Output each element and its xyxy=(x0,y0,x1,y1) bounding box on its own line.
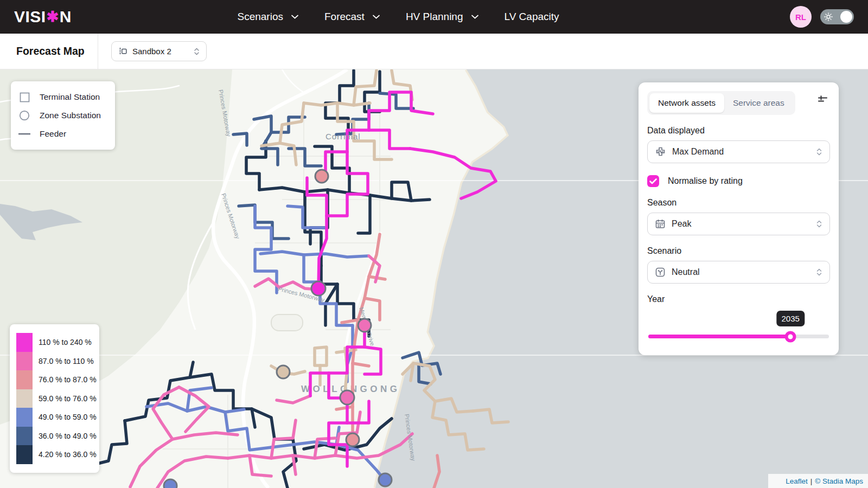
page-title: Forecast Map xyxy=(0,34,98,69)
user-avatar[interactable]: RL xyxy=(790,6,812,28)
ukraine-flag-icon xyxy=(774,478,781,484)
leaflet-link[interactable]: Leaflet xyxy=(786,477,808,485)
season-label: Season xyxy=(647,198,830,208)
scenario-value: Neutral xyxy=(672,267,700,277)
scenario-select[interactable]: Neutral xyxy=(647,261,830,284)
zone-substation-marker xyxy=(277,365,290,378)
normalise-by-rating-checkbox-row[interactable]: Normalise by rating xyxy=(647,175,830,187)
logo-star-icon: ✱ xyxy=(47,8,59,25)
range-label: 36.0 % to 49.0 % xyxy=(39,432,97,440)
color-swatch xyxy=(16,370,33,389)
main-nav: Scenarios Forecast HV Planning LV Capaci… xyxy=(237,11,559,23)
nav-item-hv-planning[interactable]: HV Planning xyxy=(406,11,478,23)
legend-label: Zone Substation xyxy=(40,111,101,120)
select-updown-icon xyxy=(816,219,822,229)
legend-range-row: 87.0 % to 110 % xyxy=(16,352,93,371)
season-value: Peak xyxy=(672,219,691,229)
year-slider[interactable]: 2035 xyxy=(647,311,830,346)
chevron-down-icon xyxy=(373,15,380,19)
filter-lines-icon xyxy=(816,94,828,104)
chevron-down-icon xyxy=(291,15,298,19)
range-label: 59.0 % to 76.0 % xyxy=(39,394,97,403)
attribution-separator: | xyxy=(810,477,813,485)
data-displayed-value: Max Demand xyxy=(672,147,724,157)
zone-substation-marker xyxy=(315,170,328,183)
legend-range-row: 76.0 % to 87.0 % xyxy=(16,370,93,389)
slider-handle[interactable] xyxy=(785,331,796,342)
color-swatch xyxy=(16,352,33,371)
zone-substation-marker xyxy=(346,433,359,446)
nav-label: Forecast xyxy=(324,11,365,23)
sun-icon xyxy=(824,12,833,21)
color-swatch xyxy=(16,445,33,464)
shape-legend: Terminal Station Zone Substation Feeder xyxy=(11,81,115,150)
map-control-panel: Network assets Service areas Data displa… xyxy=(639,82,839,355)
vision-logo[interactable]: VISI✱N xyxy=(14,8,72,26)
select-updown-icon xyxy=(816,147,822,157)
select-updown-icon xyxy=(816,267,822,277)
slider-track[interactable] xyxy=(648,335,829,338)
logo-text-pre: VISI xyxy=(14,8,46,26)
terminal-station-icon xyxy=(18,92,30,102)
nav-item-scenarios[interactable]: Scenarios xyxy=(237,11,298,23)
slider-fill xyxy=(648,335,790,338)
season-select[interactable]: Peak xyxy=(647,213,830,235)
color-swatch xyxy=(16,333,33,352)
legend-range-row: 59.0 % to 76.0 % xyxy=(16,389,93,408)
legend-row-feeder: Feeder xyxy=(11,125,115,143)
color-swatch xyxy=(16,427,33,446)
legend-range-row: 36.0 % to 49.0 % xyxy=(16,427,93,446)
scenario-branch-icon xyxy=(655,267,666,278)
legend-range-row: 4.20 % to 36.0 % xyxy=(16,445,93,464)
range-label: 4.20 % to 36.0 % xyxy=(39,450,97,459)
logo-text-post: N xyxy=(60,8,72,26)
nav-label: LV Capacity xyxy=(505,11,559,23)
year-value-tooltip: 2035 xyxy=(777,311,805,326)
zone-substation-marker xyxy=(311,281,326,296)
data-displayed-label: Data displayed xyxy=(647,126,830,136)
color-swatch xyxy=(16,389,33,408)
feeder-icon xyxy=(18,132,30,136)
legend-row-zone-substation: Zone Substation xyxy=(11,106,115,125)
zone-substation-marker xyxy=(340,390,354,404)
nav-item-forecast[interactable]: Forecast xyxy=(324,11,380,23)
data-displayed-select[interactable]: Max Demand xyxy=(647,140,830,163)
nav-right-cluster: RL xyxy=(790,6,854,28)
theme-toggle[interactable] xyxy=(820,9,854,24)
max-demand-icon xyxy=(655,146,666,158)
utilisation-color-legend: 110 % to 240 % 87.0 % to 110 % 76.0 % to… xyxy=(10,324,99,473)
map-attribution: Leaflet | © Stadia Maps xyxy=(768,474,868,488)
legend-range-row: 49.0 % to 59.0 % xyxy=(16,408,93,427)
toggle-knob xyxy=(840,11,852,23)
zone-substation-marker xyxy=(358,319,371,332)
nav-label: Scenarios xyxy=(237,11,283,23)
zone-substation-marker xyxy=(379,473,392,486)
stadia-maps-link[interactable]: © Stadia Maps xyxy=(815,477,863,485)
nav-label: HV Planning xyxy=(406,11,463,23)
legend-label: Feeder xyxy=(40,129,66,139)
legend-row-terminal-station: Terminal Station xyxy=(11,88,115,106)
scenario-label: Scenario xyxy=(647,246,830,256)
workspace-select[interactable]: Sandbox 2 xyxy=(111,41,207,61)
color-swatch xyxy=(16,408,33,427)
range-label: 76.0 % to 87.0 % xyxy=(39,375,97,384)
forecast-map[interactable]: WOLLONGONG xyxy=(0,69,868,488)
legend-label: Terminal Station xyxy=(40,92,100,102)
normalise-label: Normalise by rating xyxy=(668,176,743,186)
chevron-down-icon xyxy=(471,15,478,19)
workspace-value: Sandbox 2 xyxy=(132,47,171,56)
top-nav-bar: VISI✱N Scenarios Forecast HV Planning LV… xyxy=(0,0,868,34)
select-updown-icon xyxy=(194,47,200,56)
legend-range-row: 110 % to 240 % xyxy=(16,333,93,352)
zone-substation-icon xyxy=(18,110,30,121)
zone-substation-marker xyxy=(164,479,177,488)
layer-filter-button[interactable] xyxy=(814,92,830,108)
tab-network-assets[interactable]: Network assets xyxy=(649,93,724,113)
calendar-icon xyxy=(655,219,666,229)
panel-tabs: Network assets Service areas xyxy=(647,91,795,115)
map-label-suburb: Corrimal xyxy=(326,132,361,141)
tab-service-areas[interactable]: Service areas xyxy=(724,93,793,113)
checkbox-checked-icon[interactable] xyxy=(647,175,659,187)
nav-item-lv-capacity[interactable]: LV Capacity xyxy=(505,11,559,23)
sandbox-icon xyxy=(118,47,127,56)
